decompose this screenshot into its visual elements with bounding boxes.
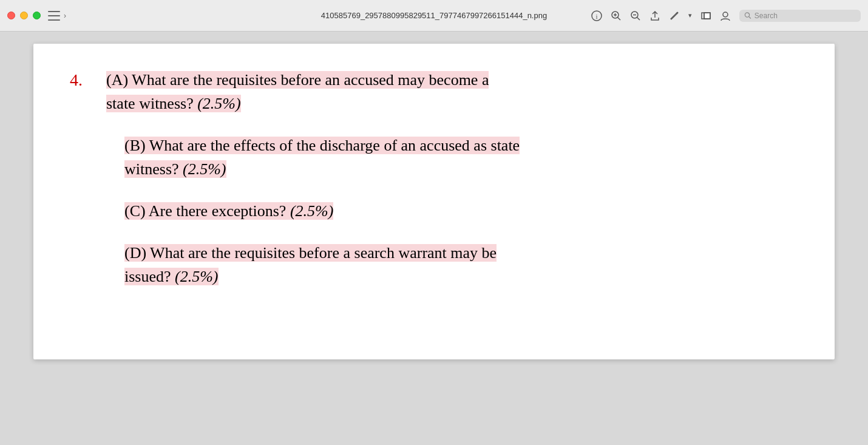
titlebar: › 410585769_2957880995829511_79774679972…: [0, 0, 868, 32]
svg-line-15: [749, 16, 751, 18]
info-icon[interactable]: i: [591, 10, 602, 21]
question-container: 4. (A) What are the requisites before an…: [70, 68, 798, 307]
svg-point-13: [723, 12, 728, 17]
content-area: 4. (A) What are the requisites before an…: [0, 32, 868, 445]
window-icon[interactable]: [700, 10, 711, 21]
question-part-b: (B) What are the effects of the discharg…: [106, 134, 798, 181]
svg-text:i: i: [595, 12, 597, 19]
document-title: 410585769_2957880995829511_7977467997266…: [321, 11, 547, 20]
svg-line-7: [637, 17, 640, 20]
part-a-highlight: (A) What are the requisites before an ac…: [106, 71, 489, 89]
close-button[interactable]: [7, 12, 15, 19]
svg-line-9: [676, 13, 677, 14]
svg-point-14: [745, 13, 749, 17]
svg-rect-11: [704, 13, 710, 19]
part-c-highlight: (C) Are there exceptions? (2.5%): [124, 202, 333, 220]
document-page: 4. (A) What are the requisites before an…: [33, 44, 835, 359]
account-icon[interactable]: [720, 10, 731, 21]
chevron-right-icon[interactable]: ›: [64, 12, 66, 20]
zoom-in-icon[interactable]: [611, 10, 622, 21]
chevron-down-icon[interactable]: ▾: [688, 12, 692, 19]
pencil-icon[interactable]: [669, 10, 680, 21]
question-part-c: (C) Are there exceptions? (2.5%): [106, 199, 798, 223]
question-body: (A) What are the requisites before an ac…: [106, 68, 798, 307]
svg-line-3: [618, 17, 621, 20]
part-d-highlight: (D) What are the requisites before a sea…: [124, 244, 497, 262]
search-input[interactable]: [754, 12, 856, 20]
sidebar-toggle-button[interactable]: [48, 11, 60, 21]
question-part-a: (A) What are the requisites before an ac…: [106, 68, 798, 115]
question-part-d: (D) What are the requisites before a sea…: [106, 241, 798, 288]
minimize-button[interactable]: [20, 12, 28, 19]
search-icon: [744, 12, 751, 19]
part-a-highlight-2: state witness? (2.5%): [106, 95, 241, 112]
share-icon[interactable]: [649, 10, 660, 21]
part-b-highlight-2: witness? (2.5%): [124, 160, 226, 178]
toolbar-icons: i: [591, 10, 861, 22]
window-controls: [7, 12, 41, 19]
maximize-button[interactable]: [33, 12, 41, 19]
question-number: 4.: [70, 68, 106, 307]
part-d-highlight-2: issued? (2.5%): [124, 268, 219, 285]
part-b-highlight: (B) What are the effects of the discharg…: [124, 137, 520, 154]
zoom-out-icon[interactable]: [630, 10, 641, 21]
search-bar[interactable]: [739, 10, 861, 22]
